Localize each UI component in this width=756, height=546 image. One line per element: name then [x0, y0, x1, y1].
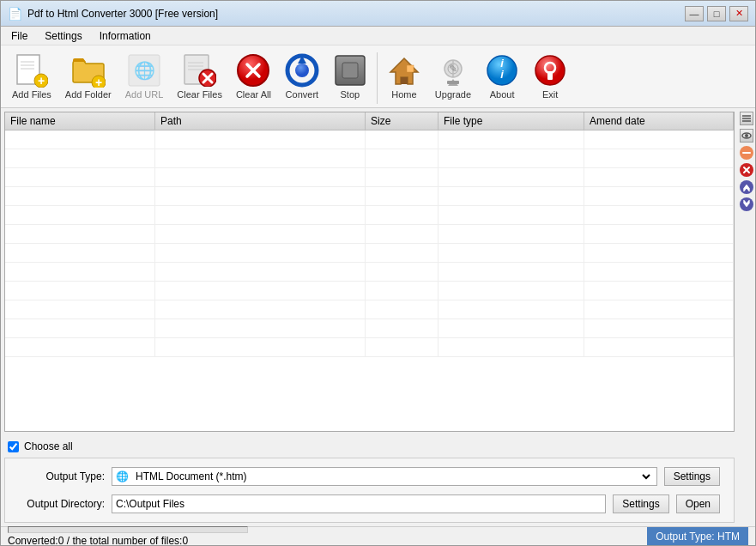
output-dir-row: Output Directory: Settings Open: [19, 494, 720, 513]
table-row: [5, 187, 734, 206]
stop-icon-container: [333, 53, 367, 88]
right-sidebar: [738, 108, 755, 526]
table-row: [5, 338, 734, 357]
home-label: Home: [391, 89, 416, 100]
convert-icon: [285, 53, 319, 88]
add-files-label: Add Files: [12, 89, 51, 100]
output-type-select-wrapper: 🌐 HTML Document (*.htm): [112, 467, 657, 486]
table-row: [5, 244, 734, 263]
about-button[interactable]: i i About: [479, 49, 525, 104]
file-table-wrapper: File name Path Size File type Amend date: [4, 112, 735, 432]
svg-point-36: [535, 56, 565, 85]
sidebar-view-button[interactable]: [740, 129, 753, 143]
add-folder-button[interactable]: + Add Folder: [59, 49, 118, 104]
convert-button[interactable]: Convert: [279, 49, 325, 104]
svg-rect-25: [401, 77, 408, 84]
svg-text:+: +: [38, 74, 45, 88]
add-folder-icon-container: +: [71, 53, 106, 88]
add-folder-label: Add Folder: [65, 89, 112, 100]
choose-all-label: Choose all: [24, 440, 73, 452]
add-url-button[interactable]: 🌐 Add URL: [119, 49, 170, 104]
clear-files-button[interactable]: Clear Files: [171, 49, 228, 104]
output-type-icon: 🌐: [116, 470, 129, 482]
sidebar-delete-button[interactable]: [740, 163, 753, 177]
output-type-status: Output Type: HTM: [647, 527, 748, 545]
menu-file[interactable]: File: [4, 28, 34, 44]
stop-label: Stop: [341, 89, 360, 100]
toolbar-separator: [377, 52, 378, 104]
home-icon: [387, 53, 421, 88]
output-type-settings-button[interactable]: Settings: [664, 467, 720, 486]
about-icon-container: i i: [485, 53, 519, 88]
stop-button[interactable]: Stop: [327, 49, 373, 104]
output-type-select[interactable]: HTML Document (*.htm): [132, 470, 653, 483]
svg-point-43: [745, 134, 748, 137]
bottom-panel: Output Type: 🌐 HTML Document (*.htm) Set…: [4, 458, 735, 523]
menu-bar: File Settings Information: [1, 27, 755, 46]
stop-icon: [334, 54, 366, 87]
progress-bar: [8, 526, 248, 533]
maximize-button[interactable]: □: [707, 6, 726, 21]
svg-point-21: [295, 64, 309, 77]
col-filetype: File type: [438, 112, 584, 130]
status-bar: Converted:0 / the total number of files:…: [1, 526, 755, 545]
clear-all-button[interactable]: Clear All: [230, 49, 277, 104]
x-icon: [741, 165, 752, 175]
menu-information[interactable]: Information: [93, 28, 158, 44]
svg-text:+: +: [95, 76, 102, 88]
svg-rect-23: [342, 63, 358, 78]
col-size: Size: [366, 112, 438, 130]
minimize-button[interactable]: —: [685, 6, 704, 21]
add-url-icon-container: 🌐: [127, 53, 161, 88]
sidebar-down-button[interactable]: [740, 197, 753, 211]
title-bar-left: 📄 Pdf to Html Converter 3000 [Free versi…: [8, 7, 218, 21]
upgrade-button[interactable]: ✎ Upgrade: [429, 49, 477, 104]
exit-button[interactable]: Exit: [527, 49, 573, 104]
output-dir-settings-button[interactable]: Settings: [613, 494, 668, 513]
up-arrows-icon: [741, 182, 752, 192]
home-icon-container: [387, 53, 421, 88]
close-button[interactable]: ✕: [729, 6, 748, 21]
table-row: [5, 263, 734, 282]
table-row: [5, 319, 734, 338]
convert-label: Convert: [286, 89, 319, 100]
clear-files-icon-container: [183, 53, 217, 88]
table-body: [5, 130, 734, 428]
sidebar-up-button[interactable]: [740, 180, 753, 194]
app-icon: 📄: [8, 7, 22, 21]
choose-all-checkbox[interactable]: [8, 441, 19, 452]
add-url-label: Add URL: [125, 89, 164, 100]
table-row: [5, 282, 734, 300]
add-folder-icon: +: [71, 53, 106, 88]
down-arrows-icon: [741, 199, 752, 209]
svg-rect-31: [447, 81, 459, 84]
col-path: Path: [155, 112, 366, 130]
clear-all-icon: [236, 53, 270, 88]
svg-rect-38: [547, 71, 553, 80]
output-dir-open-button[interactable]: Open: [676, 494, 720, 513]
add-files-icon: +: [15, 53, 48, 88]
toolbar: + Add Files + Add Folder 🌐: [1, 46, 755, 108]
output-dir-input[interactable]: [112, 494, 606, 513]
home-button[interactable]: Home: [381, 49, 427, 104]
output-type-row: Output Type: 🌐 HTML Document (*.htm) Set…: [19, 467, 720, 486]
add-files-button[interactable]: + Add Files: [6, 49, 57, 104]
svg-text:i: i: [500, 68, 504, 81]
upgrade-label: Upgrade: [435, 89, 471, 100]
svg-text:🌐: 🌐: [133, 60, 154, 81]
exit-icon-container: [533, 53, 567, 88]
svg-text:✎: ✎: [449, 63, 457, 75]
title-controls: — □ ✕: [685, 6, 748, 21]
exit-icon: [534, 54, 566, 87]
about-icon: i i: [486, 54, 518, 87]
menu-settings[interactable]: Settings: [38, 28, 88, 44]
title-bar: 📄 Pdf to Html Converter 3000 [Free versi…: [1, 1, 755, 27]
sidebar-remove-button[interactable]: [740, 146, 753, 160]
app-window: 📄 Pdf to Html Converter 3000 [Free versi…: [0, 0, 756, 546]
table-row: [5, 168, 734, 187]
col-amenddate: Amend date: [584, 112, 734, 130]
add-files-icon-container: +: [15, 53, 49, 88]
status-left: Converted:0 / the total number of files:…: [8, 526, 647, 547]
minus-icon: [741, 148, 752, 158]
clear-all-icon-container: [236, 53, 270, 88]
